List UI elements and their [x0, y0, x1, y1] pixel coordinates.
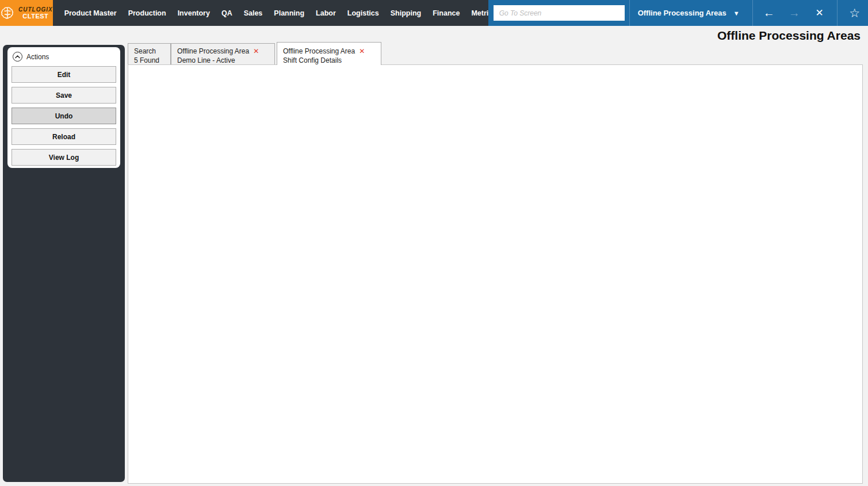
tab-title: Offline Processing Area	[177, 47, 249, 56]
toolbar-blue-section: Offline Processing Areas ▼ ← → ✕ ☆	[488, 0, 868, 26]
back-button[interactable]: ←	[758, 2, 781, 24]
tab-title: Search	[134, 47, 156, 56]
reload-button[interactable]: Reload	[12, 128, 116, 145]
undo-button[interactable]: Undo	[12, 108, 116, 124]
favorite-star-button[interactable]: ☆	[840, 0, 868, 26]
brand-name: CUTLOGIX	[18, 6, 53, 13]
menu-item-product-master[interactable]: Product Master	[59, 0, 123, 26]
close-screen-button[interactable]: ✕	[808, 2, 831, 24]
tab-title: Offline Processing Area	[283, 47, 355, 56]
view-log-button[interactable]: View Log	[12, 149, 116, 166]
menu-item-labor[interactable]: Labor	[310, 0, 342, 26]
menu-item-finance[interactable]: Finance	[427, 0, 465, 26]
page-title: Offline Processing Areas	[717, 29, 861, 43]
screen-selector-label: Offline Processing Areas	[638, 9, 726, 17]
tab-close-icon[interactable]: ✕	[359, 47, 365, 56]
actions-panel-header: Actions	[12, 51, 116, 66]
sidebar: Actions Edit Save Undo Reload View Log	[3, 45, 125, 482]
app-logo[interactable]: CUTLOGIX CLTEST	[0, 0, 53, 26]
tab-subtitle: Demo Line - Active	[177, 56, 269, 65]
menu-item-inventory[interactable]: Inventory	[172, 0, 216, 26]
content-panel	[128, 64, 863, 484]
actions-panel-title: Actions	[26, 53, 49, 61]
history-nav-group: ← → ✕	[753, 0, 836, 26]
actions-panel: Actions Edit Save Undo Reload View Log	[7, 47, 120, 168]
screen-selector-dropdown[interactable]: Offline Processing Areas ▼	[630, 0, 748, 26]
menu-item-sales[interactable]: Sales	[238, 0, 269, 26]
menu-item-qa[interactable]: QA	[216, 0, 238, 26]
tab-offline-processing-area-demo-line[interactable]: Offline Processing Area ✕ Demo Line - Ac…	[171, 43, 275, 64]
collapse-panel-icon[interactable]	[13, 52, 22, 62]
forward-button[interactable]: →	[783, 2, 806, 24]
tab-search-results[interactable]: Search 5 Found	[128, 43, 171, 64]
top-bar: CUTLOGIX CLTEST Product Master Productio…	[0, 0, 868, 26]
tab-subtitle: Shift Config Details	[283, 56, 375, 65]
menu-item-shipping[interactable]: Shipping	[385, 0, 427, 26]
tab-subtitle: 5 Found	[134, 56, 165, 65]
edit-button[interactable]: Edit	[12, 66, 116, 83]
menu-item-logistics[interactable]: Logistics	[342, 0, 385, 26]
tab-shift-config-details[interactable]: Offline Processing Area ✕ Shift Config D…	[277, 42, 381, 65]
environment-name: CLTEST	[22, 13, 48, 20]
go-to-screen-input[interactable]	[494, 5, 625, 21]
toolbar-divider	[837, 0, 838, 26]
caret-down-icon: ▼	[733, 10, 740, 17]
menu-item-production[interactable]: Production	[123, 0, 172, 26]
menu-item-planning[interactable]: Planning	[268, 0, 310, 26]
brain-logo-icon	[0, 6, 15, 21]
logo-text: CUTLOGIX CLTEST	[18, 6, 53, 20]
main-menu: Product Master Production Inventory QA S…	[53, 0, 488, 26]
save-button[interactable]: Save	[12, 87, 116, 104]
tab-close-icon[interactable]: ✕	[253, 47, 259, 56]
app-window: CUTLOGIX CLTEST Product Master Productio…	[0, 0, 868, 486]
